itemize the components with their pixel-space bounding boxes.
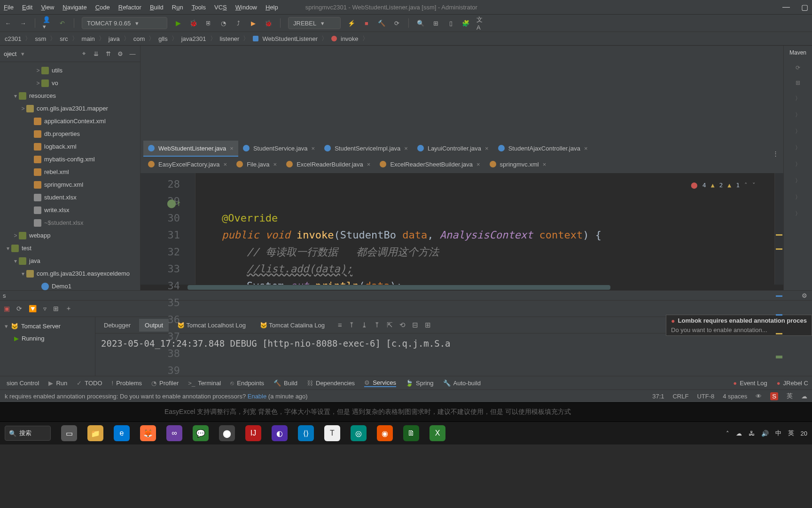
window-maximize-icon[interactable]: ▢ [801,3,808,12]
network-icon[interactable]: 🖧 [749,430,755,437]
chevron-right-icon[interactable]: 〉 [795,177,801,185]
menu-window[interactable]: Window [235,4,257,11]
crumb[interactable]: glls [158,35,168,42]
caret-position[interactable]: 37:1 [652,393,664,400]
close-icon[interactable]: × [404,145,408,152]
attach-icon[interactable]: ⤴ [234,19,242,27]
toolwindow-button[interactable]: 🔨Build [273,380,297,387]
tree-node[interactable]: >vo [0,77,140,89]
expand-icon[interactable]: ⊞ [796,79,800,86]
menu-tools[interactable]: Tools [192,4,206,11]
hot-swap-icon[interactable]: ⚡ [347,19,356,27]
filter2-icon[interactable]: ▿ [43,305,47,312]
editor-tab[interactable]: springmvc.xml× [485,157,551,173]
toolwindow-button[interactable]: sion Control [4,380,39,387]
editor-tab[interactable]: ExcelReaderSheetBuilder.java× [375,157,484,173]
chevron-right-icon[interactable]: 〉 [795,95,801,103]
download-icon[interactable]: ⤓ [361,321,367,329]
next-highlight-icon[interactable]: ˅ [752,177,756,194]
translate-icon[interactable]: 文A [476,19,485,27]
plugin-icon[interactable]: 🧩 [461,19,470,27]
tree-node[interactable]: applicationContext.xml [0,115,140,127]
tree-node[interactable]: >com.glls.java2301.mapper [0,102,140,115]
layout-icon[interactable]: ⊞ [53,305,59,312]
running-node[interactable]: ▶ Running [5,332,90,344]
close-icon[interactable]: × [273,161,277,168]
toolwindow-button[interactable]: ⛓Dependencies [307,380,355,387]
sync-icon[interactable]: ⟳ [796,64,800,71]
forward-icon[interactable]: → [19,19,27,27]
crumb[interactable]: invoke [341,35,359,42]
jrebel-run-icon[interactable]: ▶ [249,19,258,27]
target-icon[interactable]: ⌖ [80,50,87,57]
toolwindow-button[interactable]: ●JRebel C [777,380,808,387]
add-icon[interactable]: ＋ [65,304,72,313]
app-icon[interactable]: ◎ [351,425,367,441]
app-icon[interactable]: ∞ [166,425,182,441]
file-encoding[interactable]: UTF-8 [697,393,714,400]
tree-node[interactable]: Demo1 [0,280,140,290]
menu-navigate[interactable]: Navigate [62,4,86,11]
tree-node[interactable]: ▾com.glls.java2301.easyexceldemo [0,267,140,280]
toolwindow-button[interactable]: >_Terminal [188,380,221,387]
maven-toolwindow-button[interactable]: Maven [789,49,806,56]
structure-icon[interactable]: ⊞ [431,19,440,27]
run-icon[interactable]: ▶ [174,19,182,27]
error-stripe[interactable] [774,173,783,285]
editor-tab[interactable]: StudentServiceImpl.java× [320,141,413,157]
ime-ch-icon[interactable]: 中 [775,429,781,437]
excel-icon[interactable]: X [429,425,445,441]
export-icon[interactable]: ⇱ [387,321,393,329]
stop-icon[interactable]: ▣ [4,305,10,312]
line-separator[interactable]: CRLF [672,393,688,400]
app-icon[interactable]: ◉ [377,425,393,441]
tree-node[interactable]: springmvc.xml [0,178,140,191]
tree-node[interactable]: ▾java [0,254,140,267]
editor-tab[interactable]: LayuiController.java× [413,141,493,157]
close-icon[interactable]: × [367,161,371,168]
gear-icon[interactable]: ⚙ [117,50,124,57]
upload-icon[interactable]: ⤒ [374,321,380,329]
editor-tab[interactable]: WebStudentListener.java× [143,141,238,157]
toolwindow-button[interactable]: ✓TODO [77,380,102,387]
rerun-icon[interactable]: ⟳ [16,305,22,312]
intellij-icon[interactable]: IJ [245,425,261,441]
scroll-end-icon[interactable]: ⤒ [349,321,355,329]
inspection-summary[interactable]: ⬤4 ▲2 ▲1 ˄ ˅ [691,177,756,194]
rollback-icon[interactable]: ↶ [58,19,66,27]
jrebel-select[interactable]: JREBEL ▾ [288,17,341,29]
profile-icon[interactable]: ◔ [219,19,227,27]
tree-node[interactable]: rebel.xml [0,166,140,178]
menu-edit[interactable]: Edit [22,4,32,11]
editor-tab[interactable]: StudentService.java× [238,141,320,157]
tree-node[interactable]: write.xlsx [0,204,140,216]
vscode-icon[interactable]: ⟨⟩ [298,425,314,441]
tree-node[interactable]: db.properties [0,127,140,140]
coverage-icon[interactable]: ⛨ [204,19,212,27]
run-config-select[interactable]: TOMCAT 9.0.65 ▾ [82,17,167,29]
toolwindow-button[interactable]: ⚙Services [364,379,396,387]
toolwindow-button[interactable]: !Problems [112,380,142,387]
output-log[interactable]: 2023-05-04_17:24:37.848 DEBUG [http-nio-… [95,333,812,376]
menu-vcs[interactable]: VCS [214,4,227,11]
cloud-icon[interactable]: ☁ [801,393,807,400]
menu-build[interactable]: Build [150,4,164,11]
tree-node[interactable]: ▾resources [0,89,140,102]
expand-all-icon[interactable]: ⇊ [92,50,100,57]
output-tab[interactable]: 🐱 Tomcat Localhost Log [172,319,251,332]
crumb[interactable]: com [133,35,145,42]
crumb[interactable]: ssm [35,35,46,42]
ime-indicator[interactable]: S [770,392,778,400]
filter-icon[interactable]: 🔽 [29,305,37,312]
window-minimize-icon[interactable]: — [782,3,790,12]
lang-indicator[interactable]: 英 [787,392,793,400]
back-icon[interactable]: ← [4,19,12,27]
menu-help[interactable]: Help [265,4,278,11]
close-icon[interactable]: × [485,145,489,152]
tree-node[interactable]: mybatis-config.xml [0,153,140,166]
firefox-icon[interactable]: 🦊 [140,425,156,441]
indent-info[interactable]: 4 spaces [723,393,747,400]
close-icon[interactable]: × [476,161,480,168]
crumb[interactable]: java2301 [181,35,206,42]
close-icon[interactable]: × [230,145,234,152]
